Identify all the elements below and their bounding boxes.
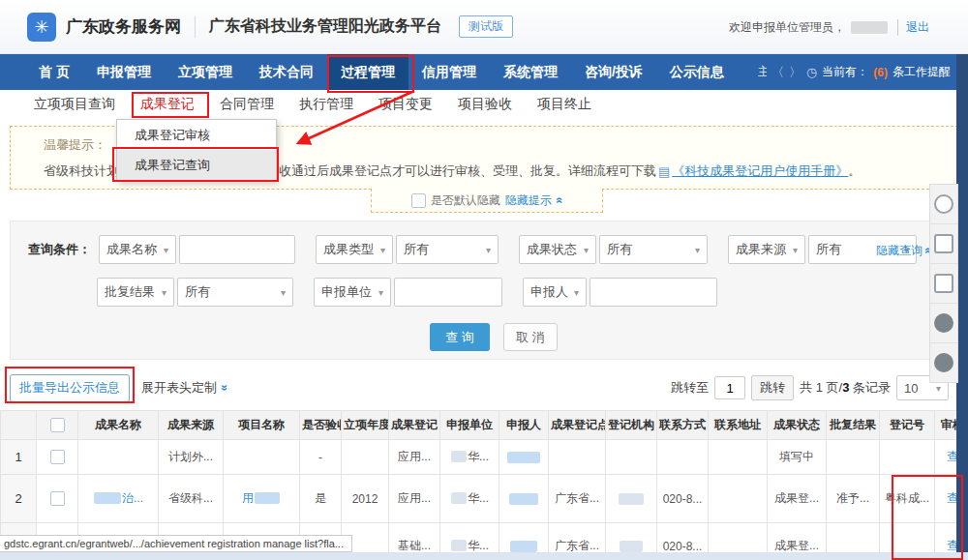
- col-header-name: 成果名称: [78, 411, 159, 440]
- col-header-project: 项目名称: [224, 411, 300, 440]
- float-tool[interactable]: [930, 264, 957, 304]
- chevron-down-icon: [378, 287, 383, 298]
- site-name: 广东政务服务网: [66, 15, 181, 38]
- query-row2-select-5[interactable]: 申报人: [523, 278, 587, 307]
- cell-regno: [880, 440, 935, 475]
- cell-accepted: -: [300, 440, 342, 475]
- cell-approval: 准予...: [827, 475, 880, 523]
- subnav-item-6[interactable]: 项目验收: [445, 96, 525, 113]
- cell-link[interactable]: 治...: [122, 491, 143, 505]
- prev-arrow-icon[interactable]: 〈: [771, 64, 784, 81]
- nav-item-2[interactable]: 申报管理: [83, 54, 165, 90]
- query-row2-input-4[interactable]: [394, 278, 502, 307]
- float-tool[interactable]: [930, 343, 957, 382]
- nav-right-info: 主 〈 〉 当前有：(6)条工作提醒: [758, 54, 968, 90]
- subnav-item-2[interactable]: 成果登记: [128, 96, 207, 113]
- query-row2-select-1[interactable]: 批复结果: [97, 278, 174, 307]
- nav-item-1[interactable]: 首 页: [25, 54, 83, 90]
- float-tool[interactable]: [930, 185, 957, 224]
- select-value: 所有: [404, 241, 429, 258]
- link-preview-statusbar: gdstc.egrant.cn/egrantweb/.../achievemen…: [0, 535, 352, 552]
- subnav-item-4[interactable]: 执行管理: [287, 96, 366, 113]
- subnav-item-7[interactable]: 项目终止: [525, 96, 604, 113]
- col-header-org: 申报单位: [440, 411, 499, 440]
- dropdown-item-2[interactable]: 成果登记查询: [117, 150, 276, 180]
- query-row1-select-6[interactable]: 所有: [599, 235, 708, 264]
- expand-header-link[interactable]: 展开表头定制: [141, 379, 227, 397]
- subnav-item-3[interactable]: 合同管理: [207, 96, 287, 113]
- hide-tip-link[interactable]: 隐藏提示: [505, 192, 552, 209]
- query-row2-input-6[interactable]: [590, 278, 717, 307]
- batch-export-button[interactable]: 批量导出公示信息: [10, 374, 130, 402]
- query-row1-select-7[interactable]: 成果来源: [728, 235, 805, 264]
- clipped-text: 主: [758, 64, 767, 80]
- main-nav: 首 页申报管理立项管理技术合同过程管理信用管理系统管理咨询/投诉公示信息 主 〈…: [0, 54, 968, 90]
- col-header-source: 成果来源: [159, 411, 224, 440]
- float-tool[interactable]: [930, 224, 957, 264]
- query-row1-input-2[interactable]: [179, 235, 295, 264]
- select-value: 申报单位: [321, 283, 372, 301]
- query-row2-select-2[interactable]: 所有: [177, 278, 293, 307]
- chevron-down-icon: [936, 383, 941, 394]
- subnav-item-5[interactable]: 项目变更: [366, 96, 445, 113]
- user-manual-link[interactable]: 《科技成果登记用户使用手册》: [672, 162, 848, 180]
- select-value: 成果状态: [527, 241, 577, 258]
- nav-item-6[interactable]: 信用管理: [408, 54, 490, 90]
- dropdown-item-1[interactable]: 成果登记审核: [117, 120, 276, 150]
- row-checkbox[interactable]: [50, 491, 65, 506]
- cell-text: 粤科成...: [885, 491, 929, 505]
- cell-person: [499, 475, 549, 523]
- redacted-text: [510, 541, 537, 552]
- next-arrow-icon[interactable]: 〉: [789, 64, 802, 81]
- subnav-item-1[interactable]: 立项项目查询: [21, 96, 128, 113]
- main-nav-items: 首 页申报管理立项管理技术合同过程管理信用管理系统管理咨询/投诉公示信息: [25, 54, 738, 90]
- query-row1-select-5[interactable]: 成果状态: [519, 235, 596, 264]
- page-number-input[interactable]: [714, 376, 745, 399]
- row-checkbox[interactable]: [50, 450, 65, 464]
- cell-text: 准予...: [836, 491, 869, 505]
- float-tool[interactable]: [930, 304, 957, 343]
- query-row2-select-3[interactable]: 申报单位: [314, 278, 391, 307]
- cell-regpoint: 广东省...: [549, 475, 606, 523]
- col-header-reg: 成果登记: [389, 411, 440, 440]
- redacted-text: [620, 541, 643, 552]
- cell-text: 成果登...: [774, 539, 819, 552]
- collapse-up-icon: [557, 193, 563, 207]
- jump-button[interactable]: 跳转: [751, 375, 794, 400]
- nav-item-9[interactable]: 公示信息: [656, 54, 738, 90]
- query-row1-select-3[interactable]: 成果类型: [316, 235, 393, 264]
- monitor-icon: [934, 274, 953, 293]
- query-row-2: 批复结果所有申报单位申报人: [97, 278, 957, 307]
- nav-item-7[interactable]: 系统管理: [490, 54, 571, 90]
- cell-text: 020-8...: [663, 492, 703, 506]
- query-row1-select-4[interactable]: 所有: [396, 235, 499, 264]
- cell-text: 华...: [468, 450, 489, 463]
- nav-item-3[interactable]: 立项管理: [165, 54, 246, 90]
- cell-link[interactable]: 用: [242, 491, 254, 505]
- col-header-contact: 联系方式: [657, 411, 709, 440]
- cell-regpoint: [549, 440, 606, 475]
- cell-text: 成果登...: [774, 491, 819, 505]
- query-panel: 隐藏查询 查询条件： 成果名称成果类型所有成果状态所有成果来源所有 批复结果所有…: [10, 221, 958, 360]
- hide-query-link[interactable]: 隐藏查询: [876, 243, 932, 259]
- redacted-text: [255, 492, 280, 504]
- search-button[interactable]: 查 询: [430, 323, 490, 351]
- logout-link[interactable]: 退出: [897, 19, 929, 36]
- cell-cb: [37, 440, 78, 475]
- chevron-down-icon: [164, 245, 168, 255]
- cell-num: 1: [1, 440, 37, 475]
- select-all-checkbox[interactable]: [50, 418, 65, 432]
- cancel-button[interactable]: 取 消: [503, 323, 558, 351]
- nav-item-5[interactable]: 过程管理: [327, 54, 408, 90]
- cell-status: 成果登...: [768, 475, 827, 523]
- chevron-down-icon: [486, 245, 491, 255]
- nav-item-8[interactable]: 咨询/投诉: [571, 54, 656, 90]
- computer-icon: [934, 234, 953, 253]
- record-total: 共 1 页/3 条记录: [800, 379, 891, 397]
- app-window: 广东政务服务网 广东省科技业务管理阳光政务平台 测试版 欢迎申报单位管理员， 退…: [0, 0, 968, 560]
- nav-item-4[interactable]: 技术合同: [246, 54, 327, 90]
- select-value: 批复结果: [105, 283, 155, 301]
- table-row: 2治...省级科...用是2012应用...华...广东省...020-8...…: [1, 475, 968, 523]
- hide-default-checkbox[interactable]: [411, 193, 426, 208]
- query-row1-select-1[interactable]: 成果名称: [99, 235, 176, 264]
